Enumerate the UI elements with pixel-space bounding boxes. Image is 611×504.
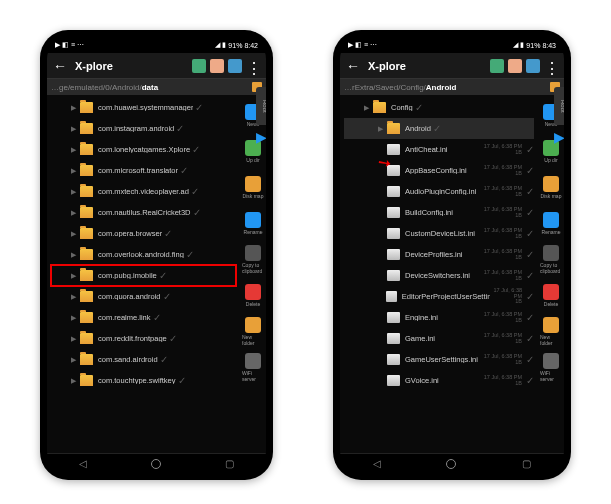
expand-arrow-icon[interactable]: ▶ — [364, 104, 370, 112]
right-pane-tab[interactable]: Root — [554, 95, 564, 125]
file-row[interactable]: ▶ com.realme.link ✓ — [51, 307, 236, 328]
tool-wifi-server[interactable]: WiFi server — [540, 350, 562, 384]
check-icon[interactable]: ✓ — [195, 102, 203, 113]
check-icon[interactable]: ✓ — [433, 123, 441, 134]
file-row[interactable]: AppBaseConfig.ini 17 Jul, 6:38 PM1B ✓ — [344, 160, 534, 181]
expand-arrow-icon[interactable]: ▶ — [71, 125, 77, 133]
file-row[interactable]: Engine.ini 17 Jul, 6:38 PM1B ✓ — [344, 307, 534, 328]
check-icon[interactable]: ✓ — [160, 354, 168, 365]
expand-arrow-icon[interactable]: ▶ — [71, 272, 77, 280]
check-icon[interactable]: ✓ — [526, 270, 534, 281]
check-icon[interactable]: ✓ — [186, 249, 194, 260]
check-icon[interactable]: ✓ — [526, 165, 534, 176]
right-pane-tab[interactable]: Root — [256, 95, 266, 125]
app-icon-3[interactable] — [526, 59, 540, 73]
file-row[interactable]: ▶ com.lonelycatgames.Xplore ✓ — [51, 139, 236, 160]
back-button[interactable]: ← — [346, 58, 360, 74]
nav-home[interactable] — [446, 459, 456, 469]
check-icon[interactable]: ✓ — [526, 228, 534, 239]
check-icon[interactable]: ✓ — [163, 291, 171, 302]
check-icon[interactable]: ✓ — [176, 123, 184, 134]
expand-arrow-icon[interactable]: ▶ — [71, 251, 77, 259]
expand-arrow-icon[interactable]: ▶ — [71, 377, 77, 385]
check-icon[interactable]: ✓ — [159, 270, 167, 281]
file-row[interactable]: ▶ com.quora.android ✓ — [51, 286, 236, 307]
breadcrumb[interactable]: …rExtra/Saved/Config/ Android — [340, 79, 564, 95]
expand-arrow-icon[interactable]: ▶ — [71, 293, 77, 301]
file-row[interactable]: ▶ com.pubg.imobile ✓ — [51, 265, 236, 286]
app-icon-1[interactable] — [192, 59, 206, 73]
file-row[interactable]: GVoice.ini 17 Jul, 6:38 PM1B ✓ — [344, 370, 534, 391]
expand-arrow-icon[interactable]: ▶ — [71, 167, 77, 175]
file-row[interactable]: ▶ Android ✓ — [344, 118, 534, 139]
app-icon-3[interactable] — [228, 59, 242, 73]
tool-wifi-server[interactable]: WiFi server — [242, 350, 264, 384]
check-icon[interactable]: ✓ — [526, 354, 534, 365]
file-row[interactable]: EditorPerProjectUserSettings.ini 17 Jul,… — [344, 286, 534, 307]
file-row[interactable]: Game.ini 17 Jul, 6:38 PM1B ✓ — [344, 328, 534, 349]
file-list[interactable]: ▶ Config ✓ ▶ Android ✓ AntiCheat.ini 17 … — [340, 95, 538, 453]
breadcrumb[interactable]: …ge/emulated/0/Android/ data — [47, 79, 266, 95]
check-icon[interactable]: ✓ — [180, 165, 188, 176]
expand-arrow-icon[interactable]: ▶ — [71, 314, 77, 322]
file-row[interactable]: ▶ com.opera.browser ✓ — [51, 223, 236, 244]
file-row[interactable]: ▶ com.microsoft.translator ✓ — [51, 160, 236, 181]
check-icon[interactable]: ✓ — [191, 186, 199, 197]
file-row[interactable]: GameUserSettings.ini 17 Jul, 6:38 PM1B ✓ — [344, 349, 534, 370]
check-icon[interactable]: ✓ — [193, 207, 201, 218]
file-row[interactable]: ▶ com.mxtech.videoplayer.ad ✓ — [51, 181, 236, 202]
tool-rename[interactable]: Rename — [540, 206, 562, 240]
check-icon[interactable]: ✓ — [192, 144, 200, 155]
nav-home[interactable] — [151, 459, 161, 469]
tool-rename[interactable]: Rename — [242, 206, 264, 240]
file-row[interactable]: DeviceProfiles.ini 17 Jul, 6:38 PM1B ✓ — [344, 244, 534, 265]
tool-copy-to-clipboard[interactable]: Copy to clipboard — [540, 242, 562, 276]
file-row[interactable]: CustomDeviceList.ini 17 Jul, 6:38 PM1B ✓ — [344, 223, 534, 244]
pane-switch-icon[interactable]: ▶ — [256, 129, 266, 145]
file-row[interactable]: BuildConfig.ini 17 Jul, 6:38 PM1B ✓ — [344, 202, 534, 223]
file-row[interactable]: ▶ com.huawei.systemmanager ✓ — [51, 97, 236, 118]
tool-copy-to-clipboard[interactable]: Copy to clipboard — [242, 242, 264, 276]
back-button[interactable]: ← — [53, 58, 67, 74]
expand-arrow-icon[interactable]: ▶ — [71, 356, 77, 364]
expand-arrow-icon[interactable]: ▶ — [71, 209, 77, 217]
file-row[interactable]: ▶ com.nautilus.RealCricket3D ✓ — [51, 202, 236, 223]
file-row[interactable]: AntiCheat.ini 17 Jul, 6:38 PM1B ✓ — [344, 139, 534, 160]
expand-arrow-icon[interactable]: ▶ — [71, 335, 77, 343]
expand-arrow-icon[interactable]: ▶ — [71, 146, 77, 154]
tool-delete[interactable]: Delete — [242, 278, 264, 312]
check-icon[interactable]: ✓ — [526, 333, 534, 344]
file-row[interactable]: AudioPluginConfig.ini 17 Jul, 6:38 PM1B … — [344, 181, 534, 202]
app-icon-1[interactable] — [490, 59, 504, 73]
tool-new-folder[interactable]: New folder — [540, 314, 562, 348]
menu-icon[interactable]: ⋮ — [544, 59, 558, 73]
nav-recent[interactable]: ▢ — [522, 458, 531, 469]
check-icon[interactable]: ✓ — [526, 144, 534, 155]
check-icon[interactable]: ✓ — [178, 375, 186, 386]
menu-icon[interactable]: ⋮ — [246, 59, 260, 73]
tool-delete[interactable]: Delete — [540, 278, 562, 312]
app-icon-2[interactable] — [508, 59, 522, 73]
check-icon[interactable]: ✓ — [153, 312, 161, 323]
tool-disk-map[interactable]: Disk map — [242, 170, 264, 204]
tool-new-folder[interactable]: New folder — [242, 314, 264, 348]
file-row[interactable]: ▶ com.overlook.android.fing ✓ — [51, 244, 236, 265]
check-icon[interactable]: ✓ — [526, 375, 534, 386]
file-row[interactable]: ▶ Config ✓ — [344, 97, 534, 118]
expand-arrow-icon[interactable]: ▶ — [378, 125, 384, 133]
file-row[interactable]: ▶ com.sand.airdroid ✓ — [51, 349, 236, 370]
file-list[interactable]: ▶ com.huawei.systemmanager ✓ ▶ com.insta… — [47, 95, 240, 453]
check-icon[interactable]: ✓ — [526, 249, 534, 260]
check-icon[interactable]: ✓ — [526, 207, 534, 218]
tool-disk-map[interactable]: Disk map — [540, 170, 562, 204]
expand-arrow-icon[interactable]: ▶ — [71, 230, 77, 238]
check-icon[interactable]: ✓ — [415, 102, 423, 113]
nav-back[interactable]: ◁ — [79, 458, 87, 469]
check-icon[interactable]: ✓ — [526, 312, 534, 323]
expand-arrow-icon[interactable]: ▶ — [71, 104, 77, 112]
file-row[interactable]: ▶ com.reddit.frontpage ✓ — [51, 328, 236, 349]
check-icon[interactable]: ✓ — [164, 228, 172, 239]
file-row[interactable]: ▶ com.touchtype.swiftkey ✓ — [51, 370, 236, 391]
file-row[interactable]: DeviceSwitchers.ini 17 Jul, 6:38 PM1B ✓ — [344, 265, 534, 286]
check-icon[interactable]: ✓ — [169, 333, 177, 344]
